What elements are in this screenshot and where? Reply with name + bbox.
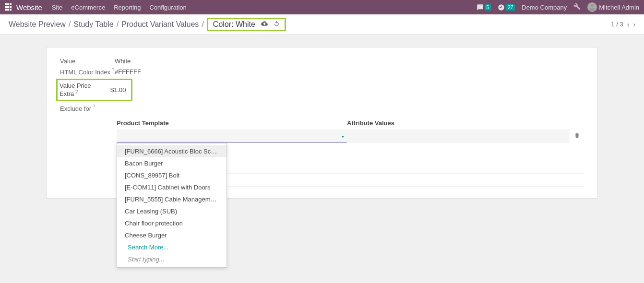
pager: 1 / 3 ‹ › (611, 21, 635, 28)
user-name: Mitchell Admin (599, 4, 639, 11)
crumb-website-preview[interactable]: Website Preview (9, 20, 66, 29)
pager-prev[interactable]: ‹ (627, 21, 630, 28)
row-exclude-for: Exclude for (47, 103, 597, 114)
breadcrumb-bar: Website Preview / Study Table / Product … (0, 14, 644, 35)
row-value: Value White (47, 56, 597, 66)
product-template-dropdown: [FURN_6666] Acoustic Bloc Screens Bacon … (117, 143, 227, 268)
pager-position: 1 / 3 (611, 21, 623, 28)
th-attribute-values: Attribute Values (347, 117, 570, 130)
product-template-input[interactable] (117, 130, 347, 143)
crumb-sep: / (202, 20, 203, 29)
label-price-extra: Value Price Extra (60, 82, 104, 97)
crumb-current: Color: White (213, 20, 255, 29)
activities-count: 27 (506, 4, 515, 11)
field-value[interactable]: White (115, 58, 131, 65)
user-menu[interactable]: Mitchell Admin (587, 2, 639, 12)
label-exclude-for: Exclude for (60, 104, 115, 112)
row-price-extra: Value Price Extra $1.00 (47, 77, 597, 102)
table-row: ▾ [FURN_6666] Acoustic Bloc Screens Baco… (47, 130, 597, 143)
row-html-color: HTML Color Index #FFFFFF (47, 66, 597, 77)
nav-reporting[interactable]: Reporting (114, 4, 141, 11)
messages-count: 5 (485, 4, 491, 11)
field-html-color[interactable]: #FFFFFF (115, 68, 141, 75)
label-html-color: HTML Color Index (60, 68, 115, 76)
apps-icon[interactable] (5, 3, 12, 11)
messages-button[interactable]: 5 (477, 4, 491, 11)
dropdown-search-more[interactable]: Search More... (117, 241, 227, 253)
activities-button[interactable]: 27 (498, 4, 515, 11)
dropdown-item[interactable]: [E-COM11] Cabinet with Doors (117, 181, 227, 193)
chat-icon (477, 4, 484, 11)
discard-icon[interactable] (274, 21, 280, 28)
dropdown-item[interactable]: Chair floor protection (117, 217, 227, 229)
form-card: Value White HTML Color Index #FFFFFF Val… (46, 47, 598, 199)
svg-point-0 (591, 4, 594, 7)
dropdown-item[interactable]: [CONS_89957] Bolt (117, 169, 227, 181)
exclude-table: Product Template Attribute Values ▾ [FUR… (47, 117, 597, 187)
dropdown-start-typing: Start typing... (117, 253, 227, 265)
product-template-cell: ▾ [FURN_6666] Acoustic Bloc Screens Baco… (117, 130, 347, 143)
crumb-sep: / (117, 20, 119, 29)
dropdown-caret-icon[interactable]: ▾ (342, 133, 344, 139)
dropdown-item[interactable]: [FURN_6666] Acoustic Bloc Screens (117, 145, 227, 157)
crumb-current-highlight: Color: White (207, 18, 286, 31)
table-header: Product Template Attribute Values (47, 117, 597, 130)
company-switcher[interactable]: Demo Company (522, 4, 567, 11)
crumb-study-table[interactable]: Study Table (73, 20, 113, 29)
topbar: Website Site eCommerce Reporting Configu… (0, 0, 644, 14)
attribute-values-cell[interactable] (347, 130, 570, 143)
crumb-variant-values[interactable]: Product Variant Values (121, 20, 199, 29)
pager-next[interactable]: › (633, 21, 635, 28)
nav-ecommerce[interactable]: eCommerce (71, 4, 105, 11)
delete-row-button[interactable] (570, 132, 584, 140)
nav-site[interactable]: Site (52, 4, 62, 11)
avatar (587, 2, 597, 12)
th-product-template: Product Template (117, 117, 347, 130)
app-name[interactable]: Website (16, 3, 42, 12)
dropdown-item[interactable]: Cheese Burger (117, 229, 227, 241)
content: Value White HTML Color Index #FFFFFF Val… (0, 35, 644, 199)
trash-icon (574, 132, 580, 139)
clock-icon (498, 4, 505, 11)
crumb-sep: / (69, 20, 71, 29)
dropdown-item[interactable]: Bacon Burger (117, 157, 227, 169)
nav-configuration[interactable]: Configuration (150, 4, 187, 11)
field-price-extra[interactable]: $1.00 (110, 86, 126, 94)
dropdown-item[interactable]: Car Leasing (SUB) (117, 205, 227, 217)
label-value: Value (60, 58, 115, 65)
cloud-save-icon[interactable] (261, 20, 268, 28)
settings-icon[interactable] (573, 3, 581, 12)
dropdown-item[interactable]: [FURN_5555] Cable Management Box (117, 193, 227, 205)
